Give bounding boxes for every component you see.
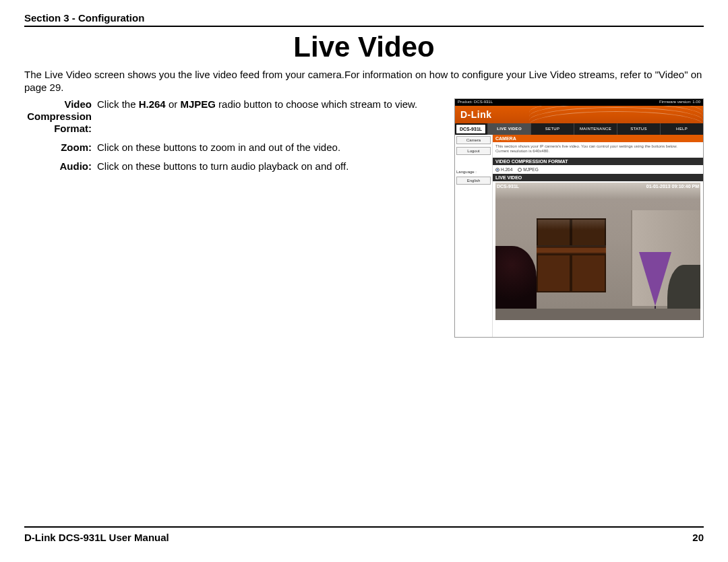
model-chip: DCS-931L xyxy=(456,124,486,134)
footer: D-Link DCS-931L User Manual 20 xyxy=(24,526,704,543)
footer-manual-title: D-Link DCS-931L User Manual xyxy=(24,532,169,543)
sidebar: Camera Logout Language : English xyxy=(455,135,493,337)
intro-text: The Live Video screen shows you the live… xyxy=(24,69,704,94)
radio-icon xyxy=(518,168,522,172)
live-panel-header: LIVE VIDEO xyxy=(493,174,703,181)
def-vcf-text: Click the H.264 or MJPEG radio button to… xyxy=(97,98,417,135)
tab-help[interactable]: HELP xyxy=(660,123,703,135)
vcf-b2: MJPEG xyxy=(180,98,216,110)
video-scene xyxy=(495,183,700,320)
ui-topbar: Product: DCS-931L Firmware version: 1.00 xyxy=(455,99,703,106)
page-title: Live Video xyxy=(24,31,704,63)
brand-banner: D-Link xyxy=(455,106,703,123)
def-vcf-label-text: Video Compression Format: xyxy=(27,98,92,134)
camera-desc2: Current resolution is 640x480. xyxy=(495,149,549,153)
footer-page-number: 20 xyxy=(692,532,704,543)
tab-live-video[interactable]: LIVE VIDEO xyxy=(487,123,530,135)
firmware-label: Firmware version: 1.00 xyxy=(659,100,700,105)
osd-timestamp: 01-01-2013 09:10:40 PM xyxy=(646,184,699,189)
def-audio-text: Click on these buttons to turn audio pla… xyxy=(97,160,348,173)
umbrella-icon xyxy=(639,252,671,306)
definitions: Video Compression Format: Click the H.26… xyxy=(24,98,448,338)
ui-main: CAMERA This section shows your IP camera… xyxy=(493,135,703,337)
def-vcf: Video Compression Format: Click the H.26… xyxy=(24,98,448,135)
osd-camera-name: DCS-931L xyxy=(497,184,519,189)
language-select[interactable]: English xyxy=(456,177,491,185)
radio-h264[interactable]: H.264 xyxy=(495,167,512,172)
camera-panel-desc: This section shows your IP camera's live… xyxy=(493,142,703,158)
vcf-post: radio button to choose which stream to v… xyxy=(216,98,417,110)
sidebar-camera[interactable]: Camera xyxy=(456,136,491,144)
vcf-pre: Click the xyxy=(97,98,139,110)
language-label: Language : xyxy=(456,170,491,174)
vcf-options: H.264 MJPEG xyxy=(493,165,703,174)
content-row: Video Compression Format: Click the H.26… xyxy=(24,98,704,338)
radio-icon xyxy=(495,168,499,172)
sidebar-logout[interactable]: Logout xyxy=(456,147,491,155)
brand-waves-icon xyxy=(529,106,703,123)
video-frame[interactable]: DCS-931L 01-01-2013 09:10:40 PM xyxy=(495,183,700,320)
def-audio: Audio: Click on these buttons to turn au… xyxy=(24,160,448,173)
def-vcf-label: Video Compression Format: xyxy=(24,98,97,135)
camera-desc1: This section shows your IP camera's live… xyxy=(495,144,677,148)
tab-setup[interactable]: SETUP xyxy=(530,123,574,135)
vcf-b1: H.264 xyxy=(139,98,166,110)
vcf-panel-header: VIDEO COMPRESSION FORMAT xyxy=(493,158,703,165)
section-header: Section 3 - Configuration xyxy=(24,12,704,27)
ui-screenshot: Product: DCS-931L Firmware version: 1.00… xyxy=(454,98,704,338)
def-zoom-text: Click on these buttons to zoom in and ou… xyxy=(97,142,340,154)
tabbar: DCS-931L LIVE VIDEO SETUP MAINTENANCE ST… xyxy=(455,123,703,135)
radio-h264-label: H.264 xyxy=(501,167,512,172)
tab-maintenance[interactable]: MAINTENANCE xyxy=(574,123,617,135)
brand-logo: D-Link xyxy=(460,109,492,120)
def-zoom: Zoom: Click on these buttons to zoom in … xyxy=(24,142,448,154)
def-zoom-label: Zoom: xyxy=(24,142,97,154)
radio-mjpeg-label: MJPEG xyxy=(523,167,538,172)
product-label: Product: DCS-931L xyxy=(458,100,493,105)
vcf-mid: or xyxy=(166,98,181,110)
tab-status[interactable]: STATUS xyxy=(617,123,660,135)
ui-body: Camera Logout Language : English CAMERA … xyxy=(455,135,703,337)
camera-panel-header: CAMERA xyxy=(493,135,703,142)
video-wrap: DCS-931L 01-01-2013 09:10:40 PM xyxy=(493,181,703,323)
def-audio-label: Audio: xyxy=(24,160,97,173)
radio-mjpeg[interactable]: MJPEG xyxy=(518,167,538,172)
